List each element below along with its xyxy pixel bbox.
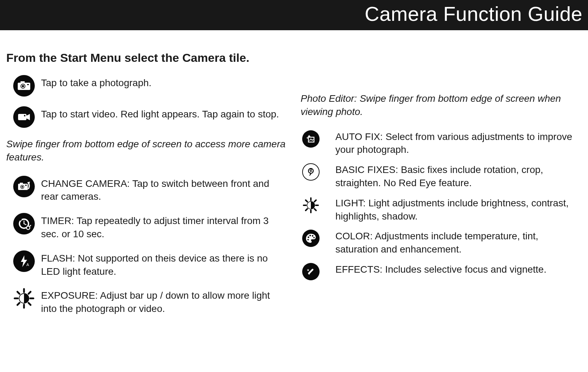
svg-line-46 <box>314 200 316 202</box>
content: From the Start Menu select the Camera ti… <box>0 30 588 336</box>
list-item: EXPOSURE: Adjust bar up / down to allow … <box>6 288 287 315</box>
svg-rect-12 <box>25 185 27 186</box>
svg-line-45 <box>306 209 307 210</box>
flash-icon: A <box>13 250 35 272</box>
svg-rect-4 <box>27 84 29 85</box>
svg-line-30 <box>17 292 19 294</box>
svg-rect-36 <box>310 168 312 170</box>
camera-icon <box>13 75 35 97</box>
light-icon <box>302 197 320 214</box>
svg-point-20 <box>27 227 30 229</box>
icon-wrap <box>301 197 336 214</box>
svg-point-48 <box>309 235 311 237</box>
svg-line-44 <box>314 209 316 210</box>
swipe-hint: Swipe finger from bottom edge of screen … <box>6 138 287 164</box>
video-icon <box>13 106 35 128</box>
icon-wrap <box>6 176 41 197</box>
list-item: A FLASH: Not supported on theis device a… <box>6 250 287 278</box>
item-text: CHANGE CAMERA: Tap to switch between fro… <box>41 176 287 204</box>
icon-wrap <box>6 75 41 97</box>
item-text: Tap to start video. Red light appears. T… <box>41 106 279 121</box>
basicfix-icon <box>302 163 320 181</box>
icon-wrap <box>6 106 41 128</box>
svg-line-33 <box>29 292 31 294</box>
svg-point-47 <box>307 237 309 238</box>
svg-line-32 <box>17 303 19 305</box>
item-text: Tap to take a photograph. <box>41 75 152 90</box>
svg-line-21 <box>30 225 31 226</box>
list-item: TIMER: Tap repeatedly to adjust timer in… <box>6 213 287 241</box>
icon-wrap <box>6 213 41 234</box>
item-text: EFFECTS: Includes selective focus and vi… <box>336 263 547 276</box>
icon-wrap <box>301 263 336 280</box>
icon-wrap <box>301 163 336 181</box>
svg-rect-52 <box>307 268 314 275</box>
svg-marker-6 <box>26 114 30 120</box>
list-item: CHANGE CAMERA: Tap to switch between fro… <box>6 176 287 204</box>
icon-wrap: A <box>6 250 41 272</box>
effects-icon <box>302 263 320 280</box>
icon-wrap <box>301 130 336 148</box>
svg-point-49 <box>312 235 313 237</box>
list-item: Tap to take a photograph. <box>6 75 287 97</box>
svg-rect-1 <box>21 81 25 83</box>
right-column: Photo Editor: Swipe finger from bottom e… <box>297 51 585 325</box>
item-text: FLASH: Not supported on theis device as … <box>41 250 287 278</box>
svg-line-18 <box>19 218 21 220</box>
left-column: From the Start Menu select the Camera ti… <box>6 51 297 325</box>
list-item: BASIC FIXES: Basic fixes include rotatio… <box>301 163 581 190</box>
svg-text:A: A <box>26 263 29 267</box>
svg-rect-5 <box>18 114 26 120</box>
item-text: AUTO FIX: Select from various adjustment… <box>336 130 581 157</box>
switch-camera-icon <box>13 176 35 197</box>
autofix-icon <box>302 130 320 148</box>
item-text: BASIC FIXES: Basic fixes include rotatio… <box>336 163 581 190</box>
svg-point-50 <box>313 237 314 238</box>
list-item: AUTO FIX: Select from various adjustment… <box>301 130 581 157</box>
item-text: TIMER: Tap repeatedly to adjust timer in… <box>41 213 287 241</box>
item-text: LIGHT: Light adjustments include brightn… <box>336 197 581 223</box>
section-title: From the Start Menu select the Camera ti… <box>6 51 287 65</box>
icon-wrap <box>6 288 41 309</box>
item-text: COLOR: Adjustments include temperature, … <box>336 230 581 256</box>
header-bar: Camera Function Guide <box>0 0 588 30</box>
svg-line-43 <box>306 200 307 202</box>
icon-wrap <box>301 230 336 247</box>
item-text: EXPOSURE: Adjust bar up / down to allow … <box>41 288 287 315</box>
timer-icon <box>13 213 35 234</box>
svg-point-51 <box>307 239 308 240</box>
editor-hint: Photo Editor: Swipe finger from bottom e… <box>301 92 581 118</box>
page-title: Camera Function Guide <box>365 2 582 25</box>
svg-line-31 <box>29 303 31 305</box>
list-item: EFFECTS: Includes selective focus and vi… <box>301 263 581 280</box>
exposure-icon <box>13 288 35 309</box>
list-item: LIGHT: Light adjustments include brightn… <box>301 197 581 223</box>
list-item: COLOR: Adjustments include temperature, … <box>301 230 581 256</box>
svg-rect-9 <box>20 183 23 184</box>
color-icon <box>302 230 320 247</box>
list-item: Tap to start video. Red light appears. T… <box>6 106 287 128</box>
svg-point-7 <box>24 115 25 116</box>
